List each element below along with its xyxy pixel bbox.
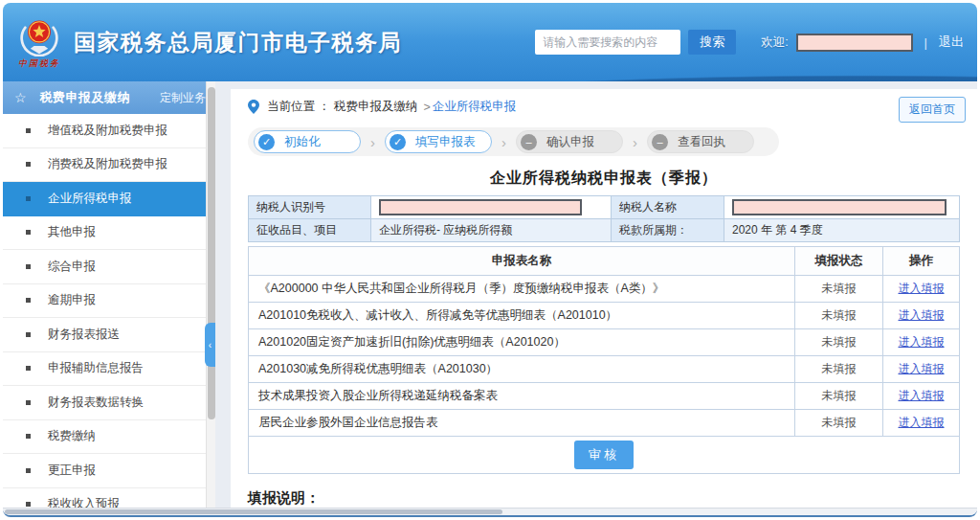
sidebar-item-label: 财务报表报送 [48,327,120,343]
form-name-cell: 《A200000 中华人民共和国企业所得税月（季）度预缴纳税申报表（A类）》 [249,276,795,303]
bullet-icon [26,468,31,473]
breadcrumb-current[interactable]: 企业所得税申报 [433,99,517,115]
sidebar-collapse-button[interactable]: ‹ [205,323,215,367]
step-state-icon: ✓ [390,134,406,150]
progress-step: – 确认申报 [516,130,623,153]
sidebar-item-label: 其他申报 [48,224,96,240]
sidebar-item[interactable]: 财务报表报送 [3,318,215,352]
enter-fill-link[interactable]: 进入填报 [899,362,945,375]
sidebar-item[interactable]: 增值税及附加税费申报 [3,114,215,148]
form-name-cell: 居民企业参股外国企业信息报告表 [249,410,795,437]
sidebar: ☆ 税费申报及缴纳 定制业务 增值税及附加税费申报 消费税及附加税费申报 企业所… [3,81,215,508]
table-row: 《A200000 中华人民共和国企业所得税月（季）度预缴纳税申报表（A类）》 未… [249,276,960,303]
location-pin-icon [248,100,259,114]
fill-status-cell: 未填报 [795,383,883,410]
taxpayer-info-table: 纳税人识别号 纳税人名称 征收品目、项目 企业所得税- 应纳税所得额 税款所属期… [248,195,960,242]
sidebar-item[interactable]: 财务报表数据转换 [3,386,215,420]
enter-fill-link[interactable]: 进入填报 [899,308,945,322]
bullet-icon [26,400,31,405]
horizontal-scrollbar[interactable] [3,508,977,515]
search-input[interactable] [535,30,680,55]
enter-fill-link[interactable]: 进入填报 [899,416,945,429]
tax-period-label: 税款所属期： [612,219,724,242]
breadcrumb-parent[interactable]: 税费申报及缴纳 [334,99,418,115]
horizontal-scrollbar-thumb[interactable] [5,509,502,514]
column-header-status: 填报状态 [795,247,883,276]
review-button[interactable]: 审核 [574,441,634,469]
sidebar-item[interactable]: 更正申报 [3,454,215,488]
star-icon: ☆ [14,90,27,105]
tax-period-value: 2020 年 第 4 季度 [724,219,960,242]
progress-step: – 查看回执 [647,130,754,153]
body-row: ☆ 税费申报及缴纳 定制业务 增值税及附加税费申报 消费税及附加税费申报 企业所… [3,81,977,508]
bullet-icon [26,230,31,235]
table-row: 居民企业参股外国企业信息报告表 未填报 进入填报 [249,410,960,437]
step-separator-icon: › [501,134,506,150]
declaration-table-body: 《A200000 中华人民共和国企业所得税月（季）度预缴纳税申报表（A类）》 未… [249,276,960,437]
sidebar-item-label: 逾期申报 [48,292,96,308]
main-panel: 当前位置 ： 税费申报及缴纳 > 企业所得税申报 返回首页 ✓ 初始化 › ✓ … [231,89,977,508]
step-label: 查看回执 [678,134,725,150]
sidebar-item-label: 企业所得税申报 [48,191,132,207]
sidebar-item[interactable]: 企业所得税申报 [3,182,215,216]
taxpayer-id-label: 纳税人识别号 [249,196,371,219]
sidebar-item[interactable]: 税收收入预报 [3,488,215,509]
sidebar-item[interactable]: 综合申报 [3,250,215,284]
step-state-icon: ✓ [258,134,275,150]
sidebar-menu: 增值税及附加税费申报 消费税及附加税费申报 企业所得税申报 其他申报 综合申报 … [3,114,215,508]
bullet-icon [26,502,31,507]
fill-status-cell: 未填报 [795,356,883,383]
step-label: 填写申报表 [415,134,476,150]
sidebar-scrollbar-thumb[interactable] [208,87,215,419]
form-name-cell: A201010免税收入、减计收入、所得减免等优惠明细表（A201010） [249,303,795,329]
sidebar-item-label: 更正申报 [48,463,96,479]
sidebar-scrollbar[interactable] [206,81,215,508]
enter-fill-link[interactable]: 进入填报 [899,282,945,295]
sidebar-item[interactable]: 逾期申报 [3,284,215,319]
sidebar-item[interactable]: 申报辅助信息报告 [3,352,215,387]
bullet-icon [26,332,31,337]
fill-status-cell: 未填报 [795,303,883,329]
enter-fill-link[interactable]: 进入填报 [899,389,945,402]
progress-steps: ✓ 初始化 › ✓ 填写申报表 › – 确认申报 › – 查看回执 [248,127,779,156]
column-header-action: 操作 [883,247,960,276]
sidebar-item-label: 增值税及附加税费申报 [48,123,167,139]
welcome-label: 欢迎: [761,34,788,51]
bullet-icon [26,434,31,439]
table-row: A201030减免所得税优惠明细表（A201030） 未填报 进入填报 [249,356,960,383]
return-home-button[interactable]: 返回首页 [899,97,966,123]
declaration-table: 申报表名称 填报状态 操作 《A200000 中华人民共和国企业所得税月（季）度… [248,246,960,474]
review-row: 审核 [249,437,960,474]
app-header: 中国税务 国家税务总局厦门市电子税务局 搜索 欢迎: | 退出 [3,3,977,81]
sidebar-item[interactable]: 税费缴纳 [3,420,215,455]
logo-caption: 中国税务 [18,57,60,70]
form-name-cell: A201020固定资产加速折旧(扣除)优惠明细表（A201020） [249,329,795,356]
taxpayer-id-value [371,196,612,219]
progress-step: ✓ 初始化 [254,130,361,153]
sidebar-item[interactable]: 消费税及附加税费申报 [3,148,215,183]
header-divider: | [924,35,927,50]
taxpayer-id-redacted [379,199,582,215]
header-right: 搜索 欢迎: | 退出 [535,30,964,55]
custom-business-link[interactable]: 定制业务 [160,90,206,106]
sidebar-header-title: 税费申报及缴纳 [40,89,131,106]
fill-status-cell: 未填报 [795,410,883,437]
taxpayer-name-redacted [732,199,947,215]
bullet-icon [26,264,31,269]
collection-item-label: 征收品目、项目 [249,219,371,242]
enter-fill-link[interactable]: 进入填报 [899,335,945,349]
form-name-cell: 技术成果投资入股企业所得税递延纳税备案表 [249,383,795,410]
sidebar-item[interactable]: 其他申报 [3,216,215,251]
progress-step: ✓ 填写申报表 [385,130,492,153]
bullet-icon [26,298,31,303]
bullet-icon [26,366,31,371]
site-title: 国家税务总局厦门市电子税务局 [74,28,402,57]
step-separator-icon: › [370,134,375,150]
sidebar-item-label: 消费税及附加税费申报 [48,156,167,172]
tax-emblem-icon [18,14,60,57]
breadcrumb: 当前位置 ： 税费申报及缴纳 > 企业所得税申报 [248,99,960,115]
sidebar-item-label: 综合申报 [48,259,96,275]
search-button[interactable]: 搜索 [688,30,736,55]
logout-link[interactable]: 退出 [939,34,964,51]
taxpayer-name-value [724,196,960,219]
